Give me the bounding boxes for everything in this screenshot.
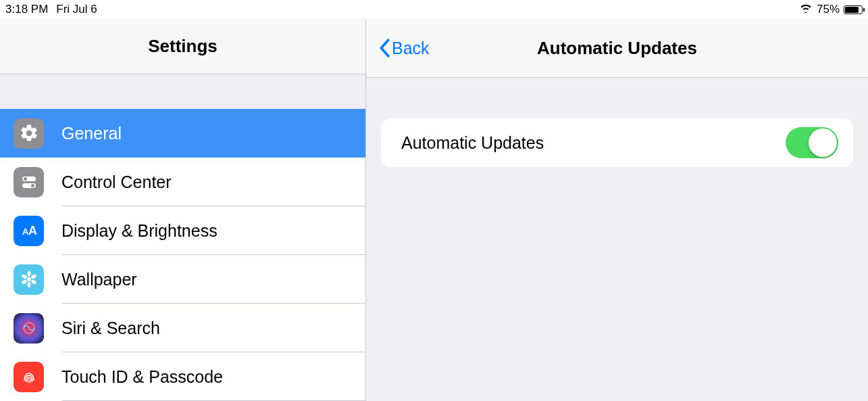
- svg-point-6: [27, 277, 31, 281]
- automatic-updates-toggle[interactable]: [786, 127, 838, 158]
- chevron-left-icon: [378, 39, 390, 57]
- sidebar: Settings General Control Ce: [0, 19, 366, 401]
- svg-point-10: [27, 282, 30, 287]
- svg-point-8: [30, 274, 36, 279]
- svg-point-3: [31, 184, 34, 187]
- flower-icon: [14, 264, 44, 295]
- svg-point-7: [27, 271, 30, 277]
- automatic-updates-row: Automatic Updates: [381, 118, 853, 167]
- row-label: Automatic Updates: [401, 133, 544, 153]
- detail-header: Back Automatic Updates: [366, 19, 868, 78]
- wifi-icon: [799, 3, 813, 16]
- sidebar-item-siri-search[interactable]: Siri & Search: [0, 304, 365, 352]
- svg-point-1: [24, 177, 27, 181]
- detail-title: Automatic Updates: [537, 38, 697, 59]
- svg-point-9: [30, 279, 36, 285]
- sidebar-item-display-brightness[interactable]: A A Display & Brightness: [0, 206, 365, 255]
- status-date: Fri Jul 6: [56, 3, 97, 16]
- status-bar: 3:18 PM Fri Jul 6 75%: [0, 0, 868, 19]
- sidebar-item-label: General: [61, 124, 122, 143]
- switches-icon: [14, 167, 44, 197]
- svg-point-11: [21, 279, 27, 285]
- sidebar-item-label: Touch ID & Passcode: [61, 367, 223, 387]
- sidebar-item-general[interactable]: General: [0, 109, 365, 158]
- sidebar-item-wallpaper[interactable]: Wallpaper: [0, 255, 365, 304]
- detail-pane: Back Automatic Updates Automatic Updates: [366, 19, 868, 401]
- battery-percent: 75%: [817, 3, 840, 16]
- sidebar-item-touch-id[interactable]: Touch ID & Passcode: [0, 352, 365, 401]
- sidebar-item-label: Display & Brightness: [61, 221, 218, 241]
- sidebar-item-control-center[interactable]: Control Center: [0, 158, 365, 206]
- back-label: Back: [392, 39, 430, 58]
- fingerprint-icon: [14, 362, 44, 392]
- svg-text:A: A: [28, 224, 37, 237]
- sidebar-item-label: Control Center: [61, 172, 172, 192]
- gear-icon: [14, 118, 44, 149]
- sidebar-title: Settings: [0, 19, 365, 74]
- sidebar-title-label: Settings: [148, 36, 218, 57]
- status-time: 3:18 PM: [5, 3, 48, 16]
- back-button[interactable]: Back: [378, 19, 430, 77]
- battery-icon: [844, 5, 863, 14]
- svg-point-12: [21, 274, 27, 279]
- sidebar-item-label: Wallpaper: [61, 270, 137, 289]
- text-size-icon: A A: [14, 216, 44, 246]
- siri-icon: [14, 313, 44, 344]
- sidebar-item-label: Siri & Search: [61, 319, 160, 338]
